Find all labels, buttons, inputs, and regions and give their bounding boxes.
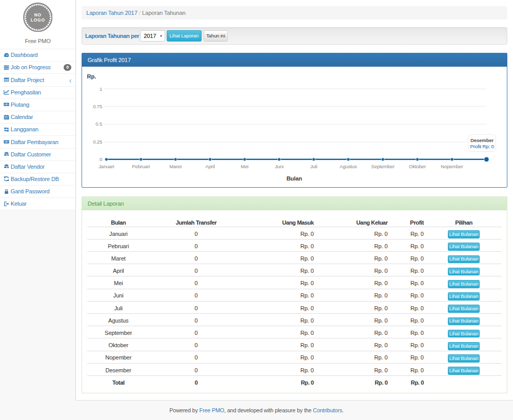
svg-text:Pebruari: Pebruari (132, 164, 150, 169)
svg-text:September: September (371, 164, 395, 169)
svg-text:NO: NO (34, 12, 42, 17)
svg-text:Rp.: Rp. (87, 73, 96, 79)
svg-text:0.5: 0.5 (96, 121, 103, 127)
svg-text:Nopember: Nopember (441, 164, 464, 169)
svg-text:0.75: 0.75 (93, 103, 103, 109)
svg-text:Juli: Juli (310, 164, 318, 169)
svg-text:0: 0 (100, 156, 102, 162)
svg-text:April: April (206, 164, 215, 169)
svg-text:Agustus: Agustus (340, 164, 357, 169)
svg-text:LOGO: LOGO (31, 17, 45, 23)
svg-text:Juni: Juni (275, 164, 284, 169)
svg-text:Januari: Januari (99, 164, 114, 169)
svg-text:1: 1 (100, 86, 102, 91)
svg-text:0.25: 0.25 (93, 139, 103, 145)
svg-text:Maret: Maret (170, 164, 182, 169)
svg-text:Mei: Mei (241, 164, 249, 169)
svg-text:Oktober: Oktober (409, 164, 426, 169)
svg-text:Bulan: Bulan (287, 175, 303, 181)
